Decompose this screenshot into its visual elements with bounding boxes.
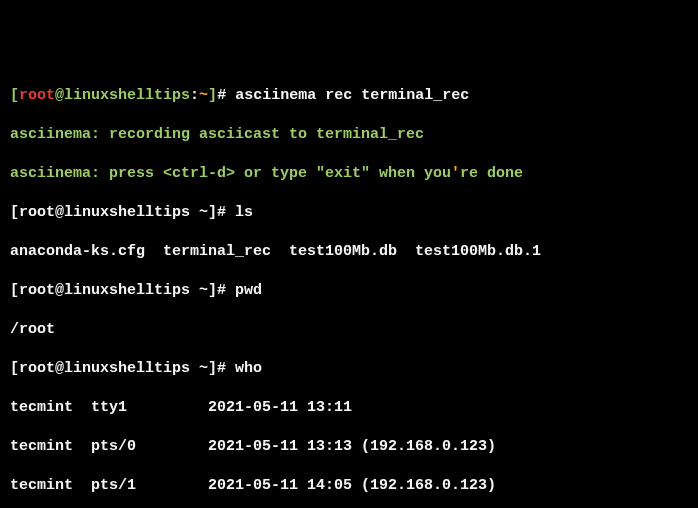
asciinema-msg-instructions: asciinema: press <ctrl-d> or type "exit"… [10, 164, 688, 184]
pwd-output: /root [10, 320, 688, 340]
prompt-line-2: [root@linuxshelltips ~]# ls [10, 203, 688, 223]
command-pwd: pwd [235, 282, 262, 299]
prompt-line-3: [root@linuxshelltips ~]# pwd [10, 281, 688, 301]
ls-output: anaconda-ks.cfg terminal_rec test100Mb.d… [10, 242, 688, 262]
asciinema-msg-recording: asciinema: recording asciicast to termin… [10, 125, 688, 145]
prompt-line-4: [root@linuxshelltips ~]# who [10, 359, 688, 379]
command-who: who [235, 360, 262, 377]
command-asciinema-rec: asciinema rec terminal_rec [235, 87, 469, 104]
who-output-2: tecmint pts/0 2021-05-11 13:13 (192.168.… [10, 437, 688, 457]
command-ls: ls [235, 204, 253, 221]
prompt-line-1: [root@linuxshelltips:~]# asciinema rec t… [10, 86, 688, 106]
who-output-3: tecmint pts/1 2021-05-11 14:05 (192.168.… [10, 476, 688, 496]
who-output-1: tecmint tty1 2021-05-11 13:11 [10, 398, 688, 418]
